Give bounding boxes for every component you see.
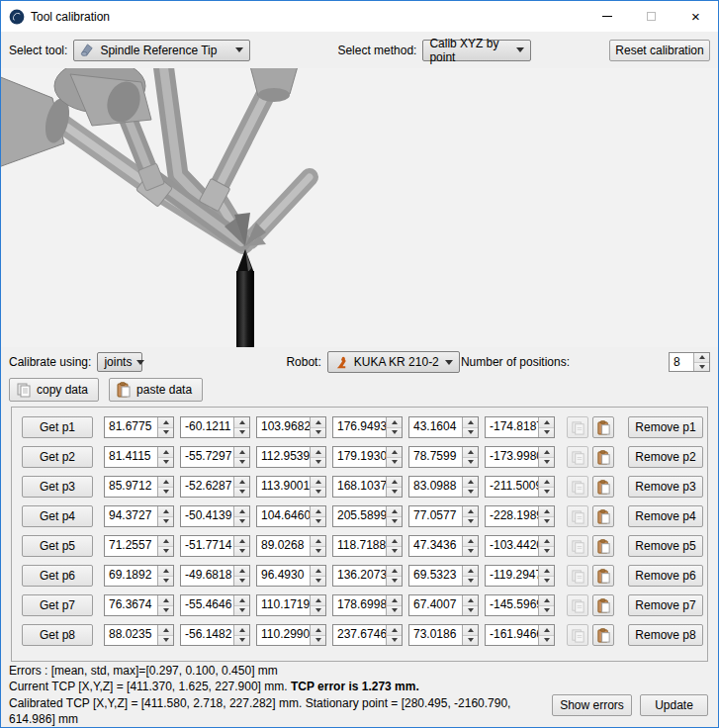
joint-value-spinbox[interactable]: 73.0186 — [408, 624, 479, 646]
spin-down-button[interactable] — [387, 605, 402, 616]
spin-up-button[interactable] — [387, 447, 402, 457]
row-copy-button[interactable] — [567, 535, 588, 557]
spin-down-button[interactable] — [387, 457, 402, 468]
joint-value-spinbox[interactable]: -49.6818 — [180, 565, 250, 587]
spin-up-button[interactable] — [234, 566, 249, 576]
joint-value-spinbox[interactable]: 168.1037 — [332, 476, 403, 498]
spin-up-button[interactable] — [387, 477, 402, 487]
joint-value-spinbox[interactable]: -228.1989 — [485, 505, 555, 527]
joint-value-spinbox[interactable]: -55.7297 — [180, 446, 250, 468]
row-paste-button[interactable] — [592, 416, 614, 438]
joint-value-spinbox[interactable]: 88.0235 — [104, 624, 174, 646]
spin-down-button[interactable] — [387, 427, 402, 438]
joint-value-spinbox[interactable]: 113.9001 — [256, 476, 326, 498]
joint-value-spinbox[interactable]: 85.9712 — [104, 476, 174, 498]
spin-down-button[interactable] — [158, 576, 173, 587]
spin-up-button[interactable] — [463, 625, 478, 635]
copy-data-button[interactable]: copy data — [9, 378, 99, 402]
spin-down-button[interactable] — [463, 546, 478, 557]
joint-value-spinbox[interactable]: 178.6998 — [332, 594, 403, 616]
joint-value-spinbox[interactable]: 104.6460 — [256, 505, 326, 527]
row-copy-button[interactable] — [567, 416, 588, 438]
spin-up-button[interactable] — [539, 625, 554, 635]
remove-point-button[interactable]: Remove p7 — [628, 594, 703, 616]
spin-down-button[interactable] — [234, 635, 249, 646]
spin-up-button[interactable] — [158, 625, 173, 635]
spin-down-button[interactable] — [234, 576, 249, 587]
joint-value-spinbox[interactable]: -174.8187 — [485, 416, 555, 438]
spin-up-button[interactable] — [158, 566, 173, 576]
spin-up-button[interactable] — [311, 447, 325, 457]
spin-down-button[interactable] — [463, 516, 478, 527]
spin-down-button[interactable] — [311, 546, 325, 557]
paste-data-button[interactable]: paste data — [109, 378, 203, 402]
joint-value-spinbox[interactable]: -50.4139 — [180, 505, 250, 527]
joint-value-spinbox[interactable]: -211.5009 — [485, 476, 555, 498]
joint-value-spinbox[interactable]: 110.1719 — [256, 594, 326, 616]
spin-down-button[interactable] — [539, 457, 554, 468]
spin-up-button[interactable] — [694, 353, 709, 362]
spin-down-button[interactable] — [158, 635, 173, 646]
spin-up-button[interactable] — [234, 506, 249, 516]
joint-value-spinbox[interactable]: -51.7714 — [180, 535, 250, 557]
spin-up-button[interactable] — [387, 625, 402, 635]
row-paste-button[interactable] — [592, 446, 614, 468]
remove-point-button[interactable]: Remove p4 — [628, 505, 703, 527]
joint-value-spinbox[interactable]: 103.9682 — [256, 416, 326, 438]
get-point-button[interactable]: Get p3 — [22, 476, 93, 498]
remove-point-button[interactable]: Remove p6 — [628, 565, 703, 587]
spin-down-button[interactable] — [539, 635, 554, 646]
joint-value-spinbox[interactable]: 83.0988 — [408, 476, 479, 498]
spin-up-button[interactable] — [311, 506, 325, 516]
row-copy-button[interactable] — [567, 446, 588, 468]
spin-down-button[interactable] — [234, 457, 249, 468]
joint-value-spinbox[interactable]: 69.5323 — [408, 565, 479, 587]
spin-up-button[interactable] — [463, 566, 478, 576]
update-button[interactable]: Update — [640, 694, 708, 716]
joint-value-spinbox[interactable]: 43.1604 — [408, 416, 479, 438]
spin-down-button[interactable] — [234, 516, 249, 527]
joint-value-spinbox[interactable]: 81.6775 — [104, 416, 174, 438]
joint-value-spinbox[interactable]: -161.9466 — [485, 624, 555, 646]
spin-down-button[interactable] — [234, 546, 249, 557]
row-paste-button[interactable] — [592, 594, 614, 616]
joint-value-spinbox[interactable]: -56.1482 — [180, 624, 250, 646]
spin-down-button[interactable] — [234, 487, 249, 498]
calibrate-using-dropdown[interactable]: joints — [97, 352, 142, 372]
select-tool-dropdown[interactable]: Spindle Reference Tip — [73, 40, 250, 61]
spin-down-button[interactable] — [311, 576, 325, 587]
spin-up-button[interactable] — [234, 447, 249, 457]
remove-point-button[interactable]: Remove p2 — [628, 446, 703, 468]
row-copy-button[interactable] — [567, 476, 588, 498]
spin-down-button[interactable] — [387, 546, 402, 557]
spin-up-button[interactable] — [539, 477, 554, 487]
joint-value-spinbox[interactable]: 78.7599 — [408, 446, 479, 468]
spin-up-button[interactable] — [539, 595, 554, 605]
spin-down-button[interactable] — [387, 516, 402, 527]
show-errors-button[interactable]: Show errors — [552, 694, 632, 716]
joint-value-spinbox[interactable]: 94.3727 — [104, 505, 174, 527]
joint-value-spinbox[interactable]: -52.6287 — [180, 476, 250, 498]
spin-up-button[interactable] — [158, 536, 173, 546]
row-paste-button[interactable] — [592, 565, 614, 587]
joint-value-spinbox[interactable]: 136.2073 — [332, 565, 403, 587]
viewport-3d[interactable] — [1, 68, 718, 347]
spin-up-button[interactable] — [311, 595, 325, 605]
spin-up-button[interactable] — [158, 447, 173, 457]
spin-down-button[interactable] — [463, 487, 478, 498]
joint-value-spinbox[interactable]: 205.5899 — [332, 505, 403, 527]
spin-up-button[interactable] — [387, 506, 402, 516]
spin-up-button[interactable] — [234, 477, 249, 487]
spin-up-button[interactable] — [311, 477, 325, 487]
spin-down-button[interactable] — [463, 635, 478, 646]
spin-down-button[interactable] — [158, 427, 173, 438]
spin-up-button[interactable] — [539, 506, 554, 516]
spin-down-button[interactable] — [463, 457, 478, 468]
joint-value-spinbox[interactable]: 81.4115 — [104, 446, 174, 468]
spin-up-button[interactable] — [158, 477, 173, 487]
joint-value-spinbox[interactable]: 110.2990 — [256, 624, 326, 646]
spin-up-button[interactable] — [387, 595, 402, 605]
spin-down-button[interactable] — [694, 362, 709, 372]
spin-up-button[interactable] — [234, 536, 249, 546]
spin-down-button[interactable] — [539, 516, 554, 527]
